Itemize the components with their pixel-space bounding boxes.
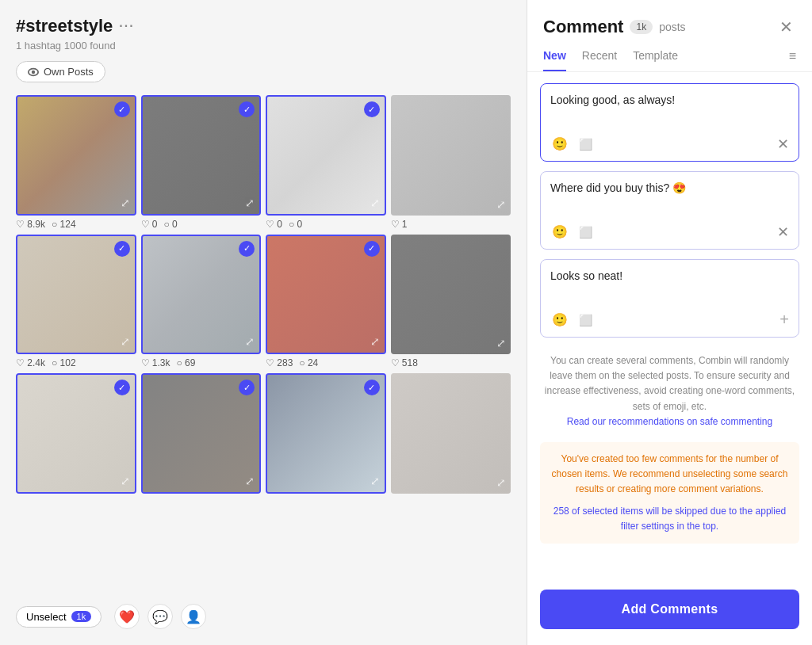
grid-cell: ⤢ (266, 373, 386, 494)
comment-footer: 🙂⬜✕ (550, 135, 789, 153)
comment-card: 🙂⬜✕ (540, 171, 799, 250)
emoji-button[interactable]: 🙂 (550, 311, 569, 329)
tab-menu-icon[interactable]: ≡ (789, 49, 796, 71)
posts-label: posts (659, 21, 685, 33)
comment-footer: 🙂⬜✕ (550, 223, 789, 241)
grid-cell: ⤢♡ 2.4k○ 102 (16, 235, 136, 369)
comment-count: ○ 102 (52, 357, 76, 368)
selected-checkmark (114, 241, 130, 257)
grid-cell: ⤢♡ 518 (391, 235, 511, 369)
bottom-bar: Unselect 1k ❤️ 💬 👤 (16, 604, 206, 629)
grid-item[interactable]: ⤢ (266, 95, 386, 216)
grid-cell: ⤢♡ 0○ 0 (141, 95, 262, 230)
tab-new[interactable]: New (543, 49, 566, 71)
close-panel-button[interactable]: ✕ (776, 14, 796, 40)
grid-item[interactable]: ⤢ (391, 373, 511, 494)
grid-cell: ⤢♡ 1.3k○ 69 (141, 235, 262, 369)
remove-comment-button[interactable]: ✕ (777, 135, 789, 153)
panel-header: Comment 1k posts ✕ (527, 0, 812, 40)
comment-text-input[interactable] (550, 92, 789, 125)
like-count: ♡ 0 (141, 219, 158, 230)
grid-item[interactable]: ⤢ (141, 95, 262, 216)
bookmark-button[interactable]: ⬜ (577, 312, 594, 328)
heart-icon[interactable]: ❤️ (114, 604, 140, 629)
emoji-button[interactable]: 🙂 (550, 135, 569, 153)
bottom-icon-group: ❤️ 💬 👤 (114, 604, 206, 629)
person-icon[interactable]: 👤 (181, 604, 206, 629)
tab-template[interactable]: Template (633, 49, 678, 71)
selected-checkmark (114, 101, 130, 117)
comment-count: ○ 124 (52, 219, 76, 230)
grid-item[interactable]: ⤢ (16, 373, 136, 494)
info-text: You can create several comments, Combin … (540, 347, 799, 433)
own-posts-label: Own Posts (44, 66, 94, 78)
unselect-label: Unselect (26, 611, 67, 623)
comment-footer-left: 🙂⬜ (550, 311, 594, 329)
selected-checkmark (239, 241, 255, 257)
subtitle: 1 hashtag 1000 found (16, 40, 511, 52)
tab-recent[interactable]: Recent (582, 49, 617, 71)
eye-icon (28, 67, 39, 78)
post-count-badge: 1k (630, 20, 653, 34)
unselect-button[interactable]: Unselect 1k (16, 606, 102, 628)
expand-icon[interactable]: ⤢ (245, 197, 255, 209)
grid-cell: ⤢ (391, 373, 511, 494)
remove-comment-button[interactable]: ✕ (777, 223, 789, 241)
right-panel: Comment 1k posts ✕ NewRecentTemplate≡ 🙂⬜… (527, 0, 812, 645)
grid-item[interactable]: ⤢ (266, 373, 386, 494)
selected-checkmark (364, 101, 380, 117)
grid-cell: ⤢ (16, 373, 136, 494)
comment-count: ○ 69 (177, 357, 196, 368)
expand-icon[interactable]: ⤢ (496, 476, 506, 489)
grid-item[interactable]: ⤢ (16, 95, 136, 216)
post-stats: ♡ 518 (391, 357, 511, 368)
comment-count: ○ 24 (299, 357, 318, 368)
selected-checkmark (114, 380, 130, 395)
bookmark-button[interactable]: ⬜ (577, 224, 594, 240)
more-options-dots[interactable]: ··· (119, 19, 134, 33)
grid-item[interactable]: ⤢ (16, 235, 136, 355)
grid-cell: ⤢♡ 8.9k○ 124 (16, 95, 136, 230)
expand-icon[interactable]: ⤢ (496, 337, 506, 349)
add-comment-variant-button[interactable]: + (779, 311, 789, 329)
grid-item[interactable]: ⤢ (391, 95, 511, 216)
like-count: ♡ 2.4k (16, 357, 45, 368)
grid-item[interactable]: ⤢ (141, 373, 262, 494)
expand-icon[interactable]: ⤢ (121, 197, 130, 209)
post-thumbnail (391, 95, 511, 216)
expand-icon[interactable]: ⤢ (245, 335, 255, 348)
grid-item[interactable]: ⤢ (266, 235, 386, 355)
comment-text-input[interactable] (550, 268, 789, 301)
expand-icon[interactable]: ⤢ (370, 197, 380, 209)
bookmark-button[interactable]: ⬜ (577, 136, 594, 152)
grid-cell: ⤢♡ 283○ 24 (266, 235, 386, 369)
comment-footer: 🙂⬜+ (550, 311, 789, 329)
grid-item[interactable]: ⤢ (141, 235, 262, 355)
expand-icon[interactable]: ⤢ (121, 335, 130, 348)
grid-item[interactable]: ⤢ (391, 235, 511, 355)
post-thumbnail (391, 235, 511, 355)
grid-cell: ⤢♡ 1 (391, 95, 511, 230)
post-thumbnail (391, 373, 511, 494)
safe-commenting-link[interactable]: Read our recommendations on safe comment… (567, 416, 772, 427)
add-comments-button[interactable]: Add Comments (540, 590, 799, 629)
comment-count: ○ 0 (164, 219, 178, 230)
expand-icon[interactable]: ⤢ (245, 475, 255, 487)
comment-text-input[interactable] (550, 180, 789, 213)
like-count: ♡ 283 (266, 357, 293, 368)
comment-card: 🙂⬜✕ (540, 83, 799, 162)
warning-text-secondary: 258 of selected items will be skipped du… (550, 504, 790, 534)
post-stats: ♡ 8.9k○ 124 (16, 219, 136, 230)
emoji-button[interactable]: 🙂 (550, 223, 569, 241)
own-posts-button[interactable]: Own Posts (16, 61, 105, 82)
comment-bubble-icon[interactable]: 💬 (147, 604, 173, 629)
expand-icon[interactable]: ⤢ (496, 198, 506, 211)
expand-icon[interactable]: ⤢ (370, 335, 380, 348)
selected-checkmark (364, 380, 380, 395)
post-stats: ♡ 1.3k○ 69 (141, 357, 262, 368)
expand-icon[interactable]: ⤢ (370, 475, 380, 487)
warning-box: You've created too few comments for the … (540, 442, 799, 544)
post-stats: ♡ 0○ 0 (266, 219, 386, 230)
expand-icon[interactable]: ⤢ (121, 475, 130, 487)
post-stats: ♡ 0○ 0 (141, 219, 262, 230)
